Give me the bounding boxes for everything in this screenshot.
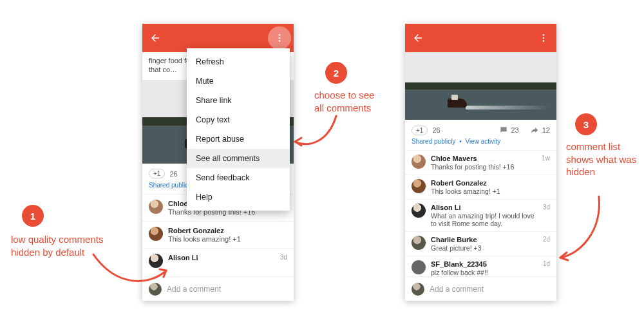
svg-point-3 [543, 34, 545, 36]
share-count: 12 [542, 126, 550, 134]
menu-item-help[interactable]: Help [187, 187, 290, 207]
svg-point-4 [543, 37, 545, 39]
comment-author: SF_Blank_22345 [431, 260, 538, 268]
comment-count: 23 [511, 126, 519, 134]
comment-row[interactable]: Robert Gonzalez This looks amazing! +1 [405, 175, 556, 199]
avatar [412, 155, 426, 169]
comment-text: plz follow back ##!! [431, 269, 538, 276]
annotation-badge-1: 1 [22, 205, 44, 227]
comment-time: 1w [542, 155, 550, 162]
menu-item-send-feedback[interactable]: Send feedback [187, 168, 290, 187]
avatar [412, 283, 424, 296]
menu-item-refresh[interactable]: Refresh [187, 52, 290, 71]
app-bar [405, 24, 556, 52]
comment-author: Alison Li [431, 204, 538, 211]
comment-author: Charlie Burke [431, 236, 538, 243]
comment-icon[interactable] [498, 125, 509, 135]
comment-text: This looks amazing! +1 [168, 235, 282, 243]
comment-author: Chloe Mavers [431, 155, 536, 162]
comment-time: 2d [543, 236, 550, 243]
plus-one-button[interactable]: +1 [149, 169, 165, 178]
shared-publicly-link[interactable]: Shared publicly [412, 138, 455, 145]
overflow-menu: Refresh Mute Share link Copy text Report… [187, 48, 290, 211]
plus-one-count: 26 [432, 126, 440, 134]
annotation-badge-2: 2 [325, 62, 347, 84]
avatar [412, 179, 426, 193]
overflow-menu-button[interactable] [537, 32, 550, 44]
view-activity-link[interactable]: View activity [465, 138, 500, 145]
annotation-text-3: comment list shows what was hidden [566, 140, 643, 178]
arrow-left-icon [149, 32, 161, 44]
back-button[interactable] [412, 32, 424, 44]
add-comment-bar[interactable]: Add a comment [405, 276, 556, 301]
more-vertical-icon [274, 33, 285, 43]
comment-text: What an amazing trip! I would love to vi… [431, 212, 538, 227]
add-comment-placeholder: Add a comment [167, 285, 221, 294]
post-meta: Shared publicly • View activity [405, 138, 556, 150]
post-photo[interactable] [405, 52, 556, 120]
svg-point-5 [543, 40, 545, 42]
annotation-arrow-1 [90, 251, 174, 296]
plus-one-button[interactable]: +1 [412, 126, 428, 135]
comment-row[interactable]: Chloe Mavers Thanks for posting this! +1… [405, 150, 556, 175]
more-vertical-icon [538, 33, 549, 43]
annotation-arrow-3 [554, 193, 605, 264]
add-comment-placeholder: Add a comment [430, 285, 484, 294]
avatar [149, 200, 163, 214]
comment-author: Alison Li [168, 254, 275, 262]
svg-point-0 [279, 34, 281, 36]
avatar [412, 204, 426, 218]
menu-item-mute[interactable]: Mute [187, 71, 290, 91]
comment-text: Thanks for posting this! +16 [431, 163, 536, 171]
post-stats: +1 26 23 12 [405, 120, 556, 138]
avatar [412, 236, 426, 250]
comment-row[interactable]: Alison Li What an amazing trip! I would … [405, 199, 556, 231]
comment-text: Great picture! +3 [431, 244, 538, 252]
plus-one-count: 26 [169, 170, 177, 178]
comment-row[interactable]: Charlie Burke Great picture! +3 2d [405, 231, 556, 256]
svg-point-2 [279, 40, 281, 42]
comment-row[interactable]: Robert Gonzalez This looks amazing! +1 [142, 221, 294, 248]
annotation-arrow-2 [290, 113, 341, 155]
overflow-menu-button[interactable] [268, 26, 291, 50]
menu-item-report-abuse[interactable]: Report abuse [187, 129, 290, 149]
comment-time: 3d [280, 254, 287, 261]
comment-time: 1d [543, 260, 550, 267]
share-icon[interactable] [529, 125, 540, 135]
comment-author: Robert Gonzalez [168, 227, 282, 234]
comment-author: Robert Gonzalez [431, 179, 545, 187]
annotation-badge-3: 3 [575, 113, 597, 135]
menu-item-see-all-comments[interactable]: See all comments [187, 149, 290, 168]
arrow-left-icon [412, 32, 424, 44]
avatar [149, 227, 163, 241]
comment-text: This looks amazing! +1 [431, 187, 545, 195]
avatar [412, 260, 426, 274]
back-button[interactable] [149, 32, 162, 44]
menu-item-copy-text[interactable]: Copy text [187, 110, 290, 129]
annotation-text-2: choose to see all comments [314, 89, 379, 114]
comment-time: 3d [543, 204, 550, 211]
menu-item-share-link[interactable]: Share link [187, 91, 290, 110]
svg-point-1 [279, 37, 281, 39]
phone-screen-2: +1 26 23 12 Shared publicly • View activ… [405, 24, 556, 301]
